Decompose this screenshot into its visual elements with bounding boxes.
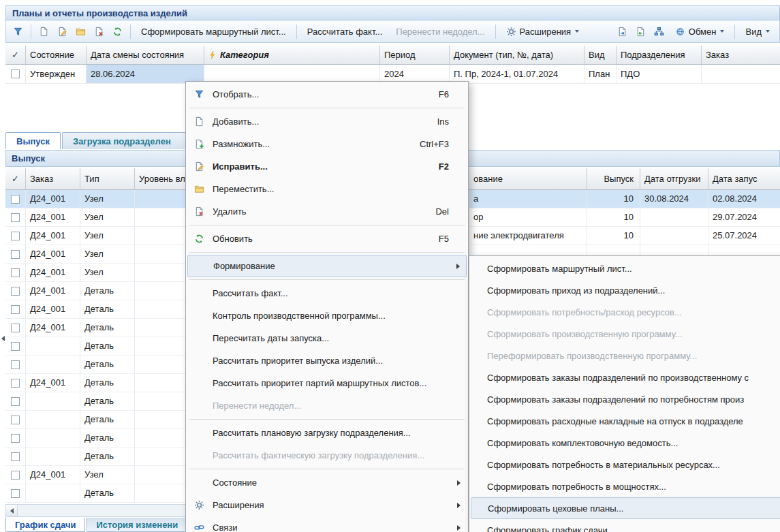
- col-period-header[interactable]: Период: [380, 46, 450, 64]
- cell-type: Узел: [80, 190, 135, 208]
- row-checkbox[interactable]: [5, 411, 26, 429]
- menu-item-delete[interactable]: УдалитьDel: [187, 200, 467, 223]
- submenu-item-picking-list[interactable]: Сформировать комплектовочную ведомость..…: [471, 432, 780, 454]
- refresh-button[interactable]: [108, 23, 127, 40]
- col-category-header[interactable]: Категория: [204, 46, 380, 64]
- submenu-item-expense-invoices[interactable]: Сформировать расходные накладные на отпу…: [471, 410, 780, 432]
- col-order-header[interactable]: Заказ: [702, 46, 780, 64]
- col-ship-date-header[interactable]: Дата отгрузки: [640, 168, 708, 189]
- col-order-header[interactable]: Заказ: [26, 168, 80, 189]
- edit-document-button[interactable]: [53, 23, 72, 40]
- cell-type: Узел: [80, 227, 135, 245]
- route-sheet-button[interactable]: Сформировать маршрутный лист...: [134, 24, 293, 40]
- import-document-button[interactable]: [631, 23, 650, 40]
- menu-item-edit[interactable]: Исправить...F2: [187, 155, 467, 178]
- exchange-button[interactable]: Обмен: [668, 24, 732, 40]
- move-document-button[interactable]: [72, 23, 90, 40]
- submenu-item-incoming-from-departments[interactable]: Сформировать приход из подразделений...: [471, 279, 780, 301]
- submenu-item-shop-plans[interactable]: Сформировать цеховые планы...: [471, 497, 780, 519]
- tab-output[interactable]: Выпуск: [5, 132, 61, 149]
- menu-item-formation[interactable]: Формирование: [187, 255, 467, 277]
- menu-item-links[interactable]: Связи: [187, 516, 467, 532]
- menu-item-extensions[interactable]: Расширения: [187, 494, 467, 516]
- menu-item-duplicate[interactable]: Размножить...Ctrl+F3: [187, 133, 467, 155]
- cell-name: ор: [469, 208, 587, 227]
- row-checkbox[interactable]: [5, 374, 26, 392]
- submenu-item-delivery-schedule[interactable]: Сформировать график сдачи...: [471, 519, 780, 532]
- row-checkbox[interactable]: [5, 484, 26, 503]
- row-checkbox[interactable]: [5, 227, 26, 245]
- menu-item-state[interactable]: Состояние: [187, 471, 467, 494]
- row-checkbox[interactable]: [5, 264, 26, 282]
- row-checkbox[interactable]: [5, 429, 26, 448]
- menu-item-route-batch-priority[interactable]: Рассчитать приоритет партий маршрутных л…: [187, 372, 467, 394]
- col-name-header[interactable]: ование: [469, 168, 587, 189]
- menu-item-product-priority[interactable]: Рассчитать приоритет выпуска изделий...: [187, 349, 467, 372]
- row-checkbox[interactable]: [5, 190, 26, 208]
- filter-button[interactable]: [9, 23, 27, 40]
- toolbar-separator: [130, 25, 131, 39]
- row-checkbox[interactable]: [5, 392, 26, 411]
- export-document-button[interactable]: [613, 23, 631, 40]
- extensions-button[interactable]: Расширения: [499, 24, 587, 40]
- col-check-header[interactable]: ✓: [5, 168, 26, 189]
- menu-item-move[interactable]: Переместить...: [187, 178, 467, 200]
- row-checkbox[interactable]: [5, 245, 26, 264]
- calc-fact-button[interactable]: Рассчитать факт...: [300, 24, 390, 40]
- row-checkbox[interactable]: [5, 466, 26, 484]
- col-state-date-header[interactable]: Дата смены состояния: [87, 46, 204, 64]
- row-checkbox[interactable]: [5, 448, 26, 466]
- splitter-collapse-button[interactable]: [0, 331, 5, 346]
- submenu-item-material-demand[interactable]: Сформировать потребность в материальных …: [471, 454, 780, 475]
- cell-order: [26, 392, 80, 411]
- window-titlebar: Планы и отчеты производства изделий: [5, 5, 780, 20]
- cell-type: Деталь: [80, 484, 135, 503]
- hierarchy-button[interactable]: [650, 23, 668, 40]
- row-checkbox[interactable]: [5, 300, 26, 319]
- row-checkbox[interactable]: [5, 337, 26, 356]
- delete-document-button[interactable]: [90, 23, 108, 40]
- submenu-item-department-orders-by-structure[interactable]: Сформировать заказы подразделений по про…: [471, 366, 780, 388]
- submenu-item-capacity-demand[interactable]: Сформировать потребность в мощностях...: [471, 475, 780, 497]
- row-checkbox[interactable]: [5, 319, 26, 337]
- submenu-item-department-orders-by-demand[interactable]: Сформировать заказы подразделений по пот…: [471, 388, 780, 410]
- row-checkbox[interactable]: [5, 356, 26, 374]
- menu-item-program-control[interactable]: Контроль производственной программы...: [187, 304, 467, 327]
- cell-launch-date: 25.07.2024: [708, 227, 780, 245]
- row-checkbox[interactable]: [5, 208, 26, 227]
- submenu-item-route-sheet[interactable]: Сформировать маршрутный лист...: [471, 257, 780, 279]
- col-launch-date-header[interactable]: Дата запус: [708, 168, 780, 189]
- col-state-header[interactable]: Состояние: [26, 46, 87, 64]
- col-type-header[interactable]: Тип: [80, 168, 135, 189]
- view-button[interactable]: Вид: [738, 24, 777, 40]
- cell-type: Деталь: [80, 392, 135, 411]
- export-document-icon: [617, 27, 627, 37]
- col-departments-header[interactable]: Подразделения: [617, 46, 702, 64]
- col-output-header[interactable]: Выпуск: [587, 168, 640, 189]
- menu-item-add[interactable]: Добавить...Ins: [187, 110, 467, 133]
- scroll-left-button[interactable]: [6, 505, 18, 516]
- col-document-header[interactable]: Документ (тип, №, дата): [450, 46, 584, 64]
- cell-type: Деталь: [80, 429, 135, 448]
- tab-delivery-schedule[interactable]: График сдачи: [5, 518, 85, 532]
- checkbox: [11, 489, 20, 498]
- cell-type: Узел: [80, 245, 135, 264]
- tab-load[interactable]: Загрузка подразделен: [62, 132, 198, 149]
- add-document-button[interactable]: [35, 23, 53, 40]
- cell-type: Деталь: [80, 319, 135, 337]
- col-kind-header[interactable]: Вид: [584, 46, 617, 64]
- filter-icon: [13, 27, 23, 37]
- menu-item-recalc-launch-dates[interactable]: Пересчитать даты запуска...: [187, 327, 467, 349]
- add-document-icon: [190, 116, 208, 127]
- menu-item-calc-planned-load[interactable]: Рассчитать плановую загрузку подразделен…: [187, 422, 467, 444]
- checkbox: [11, 268, 20, 277]
- cell-order: Д24_001: [26, 282, 80, 300]
- menu-item-calc-fact[interactable]: Рассчитать факт...: [187, 282, 467, 304]
- cell-output: 10: [587, 190, 640, 208]
- edit-document-icon: [190, 161, 208, 172]
- menu-item-refresh[interactable]: ОбновитьF5: [187, 228, 467, 250]
- row-checkbox[interactable]: [5, 65, 26, 84]
- menu-item-filter[interactable]: Отобрать...F6: [187, 83, 467, 106]
- row-checkbox[interactable]: [5, 282, 26, 300]
- col-check-header[interactable]: ✓: [5, 46, 26, 64]
